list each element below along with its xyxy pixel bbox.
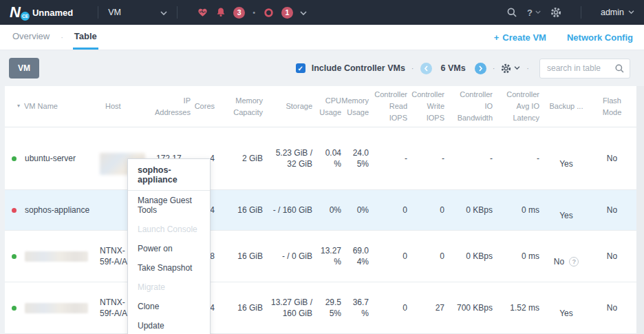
controller-avg-io-latency-cell: - — [498, 149, 545, 167]
context-menu-title: sophos-appliance — [128, 159, 210, 191]
nutanix-logo[interactable]: N CE — [10, 3, 20, 21]
context-menu-item[interactable]: Update — [128, 316, 210, 334]
column-header[interactable]: Storage — [268, 98, 318, 115]
cluster-name[interactable]: Unnamed — [32, 8, 73, 18]
tab-overview[interactable]: Overview — [11, 25, 51, 50]
table-settings-dropdown[interactable] — [501, 63, 520, 74]
vm-name-cell — [5, 300, 100, 317]
backup-cell: Yes — [545, 144, 588, 173]
tab-separator: · — [61, 25, 63, 50]
table-row[interactable]: ubuntu-server 172.17.... 4 2 GiB 5.23 Gi… — [5, 127, 636, 190]
column-header[interactable]: Host — [100, 98, 155, 115]
context-menu-item[interactable]: Manage Guest Tools — [128, 191, 210, 220]
next-page-button[interactable] — [475, 63, 486, 74]
column-header-label: VM Name — [24, 101, 58, 112]
column-header[interactable]: ▾VM Name — [5, 98, 100, 115]
vm-status-icon — [12, 156, 17, 161]
host-name: NTNX- 59f-A/A — [100, 246, 127, 267]
vm-status-icon — [12, 208, 17, 213]
topbar-divider — [177, 6, 178, 19]
include-controller-vms-checkbox[interactable]: ✓ — [296, 63, 305, 73]
table-row[interactable]: NTNX- 59f-A/A 8 16 GiB - / 0 GiB 13.27 %… — [5, 231, 636, 282]
column-header-label: Flash Mode — [603, 95, 622, 118]
column-header[interactable]: Backup ... — [545, 98, 588, 115]
help-menu[interactable]: ? — [527, 8, 541, 18]
redacted-vm-name — [25, 251, 88, 262]
plus-icon: + — [494, 32, 500, 43]
column-header[interactable]: Cores — [196, 98, 220, 115]
vm-name-cell — [5, 248, 100, 265]
column-header[interactable]: IP Addresses — [155, 92, 196, 121]
context-menu-item: Launch Console — [128, 220, 210, 239]
column-header[interactable]: Flash Mode — [588, 92, 636, 121]
chevron-down-icon — [514, 66, 520, 70]
chevron-down-icon[interactable] — [300, 6, 307, 19]
topbar-divider — [581, 6, 581, 19]
column-header[interactable]: Memory Usage — [347, 92, 374, 121]
controller-read-iops-cell: - — [374, 149, 413, 167]
memory-usage-cell: 36.7 % — [347, 293, 374, 322]
column-header-label: Controller IO Bandwidth — [450, 89, 493, 124]
table-row[interactable]: NTNX- 59f-A/A 4 16 GiB 13.27 GiB / 160 G… — [5, 282, 636, 334]
separator-dot: · — [493, 64, 495, 72]
controller-write-iops-cell: 0 — [413, 201, 450, 219]
column-header-label: Controller Avg IO Latency — [498, 89, 539, 124]
table-row[interactable]: sophos-appliance 4 16 GiB - / 160 GiB 0%… — [5, 190, 636, 231]
context-menu-item[interactable]: Take Snapshot — [128, 258, 210, 278]
column-header-label: Cores — [195, 101, 215, 112]
column-header[interactable]: Controller Write IOPS — [413, 86, 450, 127]
context-menu-item[interactable]: Clone — [128, 297, 210, 316]
column-header[interactable]: Controller Avg IO Latency — [498, 86, 545, 127]
controller-write-iops-cell: - — [413, 149, 450, 167]
network-config-button[interactable]: Network Config — [567, 32, 633, 43]
context-menu-item[interactable]: Power on — [128, 239, 210, 258]
events-ring-icon[interactable] — [263, 7, 275, 19]
vm-name-cell: sophos-appliance — [5, 201, 100, 219]
redacted-vm-name — [25, 303, 88, 313]
controller-avg-io-latency-cell: 1.52 ms — [498, 299, 545, 317]
controller-read-iops-cell: 0 — [374, 201, 413, 219]
create-vm-button[interactable]: + Create VM — [494, 32, 546, 43]
column-header-label: Storage — [286, 101, 312, 112]
secondary-nav: Overview · Table + Create VM Network Con… — [0, 25, 644, 50]
separator-dot: · — [526, 64, 529, 72]
user-menu[interactable]: admin — [601, 8, 634, 17]
controller-io-bandwidth-cell: 700 KBps — [450, 299, 498, 317]
cpu-usage-cell: 0.04 % — [318, 144, 347, 173]
health-heart-icon[interactable] — [197, 7, 208, 18]
column-header-label: CPU Usage — [319, 95, 341, 118]
backup-cell: No? — [545, 242, 588, 271]
column-header-label: Controller Write IOPS — [411, 89, 444, 124]
alerts-bell-icon[interactable] — [215, 7, 226, 18]
column-header-label: Controller Read IOPS — [374, 89, 407, 124]
vm-count: 6 VMs — [441, 63, 466, 73]
memory-capacity-cell: 16 GiB — [220, 201, 268, 219]
flash-mode-cell: No — [588, 247, 636, 265]
vm-scope-button[interactable]: VM — [9, 58, 39, 79]
scrollbar-track[interactable] — [636, 86, 644, 334]
events-count-badge[interactable]: 1 — [281, 7, 293, 19]
controller-avg-io-latency-cell: 0 ms — [498, 201, 545, 219]
column-header[interactable]: Memory Capacity — [220, 92, 268, 121]
controller-io-bandwidth-cell: 0 KBps — [450, 247, 498, 265]
tab-table[interactable]: Table — [73, 25, 98, 50]
include-controller-vms-label: Include Controller VMs — [312, 63, 405, 73]
column-header[interactable]: Controller IO Bandwidth — [450, 86, 498, 127]
entity-menu-dropdown[interactable]: VM — [108, 6, 167, 19]
help-icon[interactable]: ? — [569, 257, 579, 267]
entity-menu-label: VM — [108, 8, 121, 17]
context-menu-items: Manage Guest ToolsLaunch ConsolePower on… — [128, 191, 210, 334]
gear-icon[interactable] — [550, 7, 561, 18]
column-header[interactable]: Controller Read IOPS — [374, 86, 413, 127]
backup-value: Yes — [559, 159, 573, 169]
table-controls: VM ✓ Include Controller VMs · 6 VMs · · — [0, 50, 644, 86]
search-icon[interactable] — [506, 7, 517, 18]
cpu-usage-cell: 0% — [318, 201, 347, 219]
context-menu-item: Migrate — [128, 278, 210, 297]
user-name: admin — [601, 8, 624, 17]
backup-value: Yes — [559, 211, 573, 220]
previous-page-button[interactable] — [420, 63, 432, 74]
storage-cell: - / 0 GiB — [268, 247, 318, 265]
controller-read-iops-cell: 0 — [374, 299, 413, 317]
alerts-count-badge[interactable]: 3 — [233, 7, 245, 19]
